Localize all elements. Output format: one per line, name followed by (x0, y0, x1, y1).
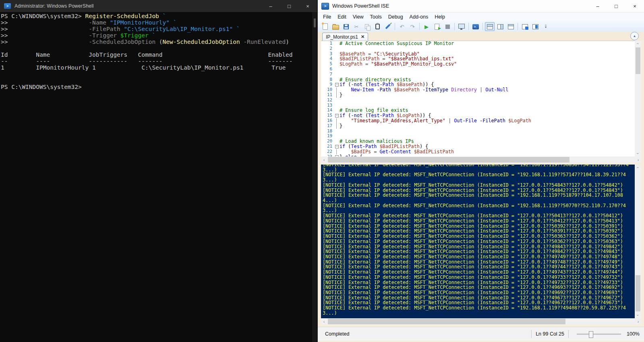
terminal-titlebar[interactable]: > Administrator: Windows PowerShell – □ … (0, 0, 317, 12)
open-script-icon[interactable] (331, 22, 340, 31)
zoom-slider-thumb[interactable] (589, 331, 593, 338)
editor-line[interactable]: 17} (321, 124, 635, 129)
show-script-pane-right-icon[interactable] (495, 22, 505, 31)
terminal-line: >> -Name "IPMonitorHourly" ` (1, 19, 317, 26)
powershell-ise-icon: > (321, 3, 329, 10)
menu-file[interactable]: File (320, 13, 334, 21)
editor-scrollbar-thumb[interactable] (636, 47, 640, 74)
fold-gutter (334, 108, 340, 113)
terminal-line: >> -Trigger $Trigger ` (1, 32, 317, 39)
stop-operation-icon[interactable] (443, 22, 452, 31)
minimize-button[interactable]: – (261, 0, 280, 12)
editor-line[interactable]: 1# Active Connection Suspicous IP Monito… (321, 41, 635, 46)
fold-collapse-icon[interactable] (334, 144, 340, 149)
editor-line[interactable]: 22 $BadIPs = Get-Content $BadIPListPath (321, 149, 635, 155)
console-line: [NOTICE] External IP deteceted: MSFT_Net… (323, 305, 635, 311)
scroll-right-icon[interactable]: › (635, 318, 641, 325)
new-script-icon[interactable] (320, 22, 330, 31)
editor-hscrollbar-thumb[interactable] (328, 157, 569, 163)
console-line: [NOTICE] External IP deteceted: MSFT_Net… (323, 172, 635, 177)
console-line: [NOTICE] External IP deteceted: MSFT_Net… (323, 218, 635, 224)
scroll-up-icon[interactable]: ‹ (635, 41, 641, 47)
script-editor-pane[interactable]: 1# Active Connection Suspicous IP Monito… (321, 41, 635, 157)
console-vertical-scrollbar[interactable]: ‹ › (635, 165, 641, 318)
clear-console-icon[interactable] (383, 22, 393, 31)
scroll-left-icon[interactable]: ‹ (321, 318, 327, 325)
overflow-icon[interactable]: ▾ (541, 22, 551, 31)
start-powershell-icon[interactable]: >_ (471, 22, 480, 31)
paste-icon[interactable] (373, 22, 382, 31)
console-hscrollbar-thumb[interactable] (328, 319, 565, 324)
fold-collapse-icon[interactable] (334, 82, 340, 87)
menu-debug[interactable]: Debug (385, 13, 406, 21)
close-button[interactable]: × (625, 0, 644, 12)
divider (518, 23, 518, 30)
console-line: 3...) (323, 177, 635, 183)
terminal-line: >> -FilePath "C:\SecurityLab\IP_Monitor.… (1, 26, 317, 32)
run-selection-icon[interactable] (432, 22, 442, 31)
editor-line[interactable]: 16 "Timestamp,IP_Address,Alert_Type" | O… (321, 118, 635, 124)
terminal-line: 1 IPMonitorHourly 1 C:\SecurityLab\IP_Mo… (1, 64, 317, 71)
console-horizontal-scrollbar[interactable]: ‹ › (321, 318, 641, 325)
redo-icon[interactable]: ↷ (408, 22, 417, 31)
editor-line[interactable]: 6 (321, 67, 635, 72)
menu-help[interactable]: Help (431, 13, 448, 21)
console-line: [NOTICE] External IP deteceted: MSFT_Net… (323, 193, 635, 198)
console-line: [NOTICE] External IP deteceted: MSFT_Net… (323, 275, 635, 280)
editor-horizontal-scrollbar[interactable]: ‹ › (321, 157, 641, 163)
tab-close-icon[interactable]: ✕ (361, 34, 364, 39)
scroll-up-icon[interactable]: ‹ (635, 165, 641, 171)
terminal-scrollbar-thumb[interactable] (314, 19, 316, 27)
copy-icon[interactable] (362, 22, 372, 31)
zoom-slider[interactable] (577, 334, 621, 335)
scroll-right-icon[interactable]: › (635, 157, 641, 163)
editor-line[interactable]: 12 (321, 98, 635, 103)
terminal-output[interactable]: PS C:\WINDOWS\system32> Register-Schedul… (0, 12, 317, 90)
editor-vertical-scrollbar[interactable]: ‹ › (635, 41, 641, 157)
tab-ip-monitor-script[interactable]: IP_Monitor.ps1 ✕ (322, 33, 368, 41)
console-scrollbar-thumb[interactable] (636, 275, 640, 311)
status-text: Completed (325, 331, 349, 337)
console-pane[interactable]: [NOTICE] External IP deteceted: MSFT_Net… (321, 165, 635, 318)
divider (482, 23, 483, 30)
show-script-pane-top-icon[interactable] (485, 22, 495, 31)
editor-line[interactable]: 11} (321, 93, 635, 98)
editor-line[interactable]: 10 New-Item -Path $BasePath -ItemType Di… (321, 87, 635, 93)
save-icon[interactable] (341, 22, 351, 31)
ise-titlebar[interactable]: > Windows PowerShell ISE – □ × (318, 0, 644, 12)
maximize-button[interactable]: □ (280, 0, 298, 12)
divider (454, 23, 455, 30)
close-button[interactable]: × (298, 0, 317, 12)
new-remote-powershell-tab-icon[interactable] (457, 22, 466, 31)
maximize-button[interactable]: □ (607, 0, 625, 12)
menu-view[interactable]: View (350, 13, 367, 21)
menu-edit[interactable]: Edit (334, 13, 350, 21)
menu-addons[interactable]: Add-ons (406, 13, 432, 21)
show-command-window-icon[interactable] (520, 22, 530, 31)
show-script-pane-maximized-icon[interactable] (506, 22, 516, 31)
scroll-down-icon[interactable]: › (635, 150, 641, 157)
terminal-line (1, 45, 317, 52)
menu-tools[interactable]: Tools (367, 13, 385, 21)
minimize-button[interactable]: – (588, 0, 607, 12)
terminal-scrollbar[interactable] (312, 12, 317, 342)
console-line: [NOTICE] External IP deteceted: MSFT_Net… (323, 234, 635, 239)
show-command-addon-icon[interactable] (530, 22, 540, 31)
fold-gutter (334, 62, 340, 67)
fold-gutter (334, 139, 340, 144)
fold-collapse-icon[interactable] (334, 113, 340, 118)
menu-bar: FileEditViewToolsDebugAdd-onsHelp (318, 12, 644, 21)
divider (468, 23, 469, 30)
collapse-script-pane-icon[interactable]: ▲ (630, 32, 639, 40)
fold-gutter (334, 93, 340, 98)
editor-line[interactable]: 5$LogPath = "$BasePath\IP_Monitor_Log.cs… (321, 62, 635, 67)
scroll-down-icon[interactable]: › (635, 312, 641, 318)
undo-icon[interactable]: ↶ (397, 22, 407, 31)
scroll-left-icon[interactable]: ‹ (321, 157, 327, 163)
run-script-icon[interactable]: ▶ (422, 22, 431, 31)
console-line: [NOTICE] External IP deteceted: MSFT_Net… (323, 183, 635, 188)
divider (419, 23, 420, 30)
terminal-line: PS C:\WINDOWS\system32> Register-Schedul… (1, 13, 317, 19)
editor-line[interactable]: 18 (321, 129, 635, 134)
cut-icon[interactable]: ✂ (352, 22, 361, 31)
